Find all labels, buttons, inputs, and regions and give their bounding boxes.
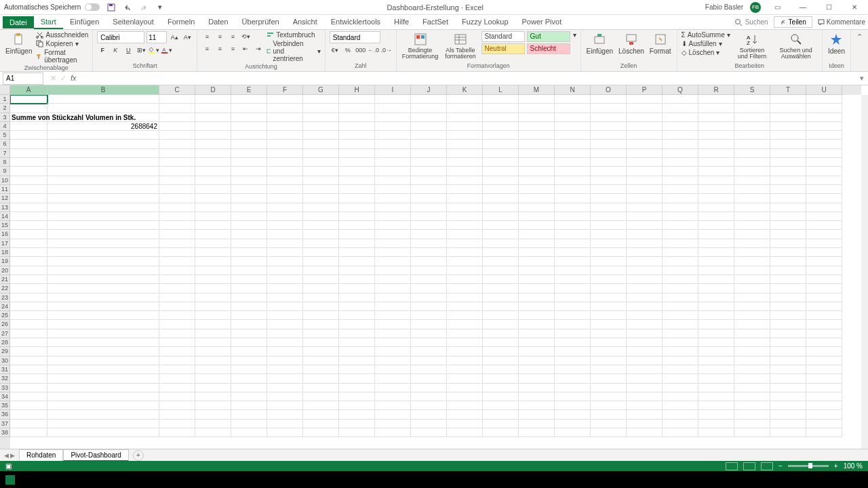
cell-K27[interactable] [447,329,483,338]
cell-I14[interactable] [375,212,411,221]
cell-F12[interactable] [267,194,303,203]
spreadsheet-grid[interactable]: ABCDEFGHIJKLMNOPQRSTU 123456789101112131… [0,85,868,449]
cell-B25[interactable] [47,311,159,320]
cell-U12[interactable] [806,194,842,203]
cell-P32[interactable] [627,374,663,383]
cell-U26[interactable] [806,320,842,329]
cell-D38[interactable] [195,428,231,437]
cell-U23[interactable] [806,293,842,302]
cell-R25[interactable] [698,311,734,320]
cell-U13[interactable] [806,203,842,212]
cell-D18[interactable] [195,248,231,257]
cell-Q19[interactable] [663,257,698,266]
cell-D2[interactable] [195,104,231,113]
cell-B9[interactable] [47,167,159,176]
cell-H4[interactable] [339,122,375,131]
cell-L8[interactable] [483,158,519,167]
cell-R35[interactable] [698,401,734,410]
cell-U14[interactable] [806,212,842,221]
cell-B31[interactable] [47,365,159,374]
cell-U34[interactable] [806,392,842,401]
cell-G8[interactable] [303,158,339,167]
cell-Q17[interactable] [663,239,698,248]
cell-P23[interactable] [627,293,663,302]
cell-M18[interactable] [519,248,555,257]
cell-B28[interactable] [47,338,159,347]
cell-M12[interactable] [519,194,555,203]
cell-N13[interactable] [555,203,591,212]
cell-U9[interactable] [806,167,842,176]
cell-J9[interactable] [411,167,447,176]
cell-B38[interactable] [47,428,159,437]
row-header-14[interactable]: 14 [0,212,10,221]
cell-B21[interactable] [47,275,159,284]
cell-D16[interactable] [195,230,231,239]
column-header-R[interactable]: R [698,85,734,95]
cell-S38[interactable] [734,428,770,437]
cell-A8[interactable] [10,158,47,167]
cell-J18[interactable] [411,248,447,257]
cell-B12[interactable] [47,194,159,203]
cell-S27[interactable] [734,329,770,338]
cell-Q22[interactable] [663,284,698,293]
cell-F28[interactable] [267,338,303,347]
cell-C23[interactable] [159,293,195,302]
cell-F17[interactable] [267,239,303,248]
cell-I21[interactable] [375,275,411,284]
cell-B20[interactable] [47,266,159,275]
cell-P24[interactable] [627,302,663,311]
cell-G26[interactable] [303,320,339,329]
cell-L2[interactable] [483,104,519,113]
cell-H33[interactable] [339,384,375,392]
cell-F19[interactable] [267,257,303,266]
cell-M16[interactable] [519,230,555,239]
cell-I31[interactable] [375,365,411,374]
cell-P31[interactable] [627,365,663,374]
cell-G1[interactable] [303,95,339,104]
cell-J6[interactable] [411,140,447,148]
cell-H12[interactable] [339,194,375,203]
cell-H23[interactable] [339,293,375,302]
cell-C18[interactable] [159,248,195,257]
cell-E2[interactable] [231,104,267,113]
styles-more-button[interactable]: ▾ [573,31,576,39]
row-header-16[interactable]: 16 [0,230,10,239]
cell-Q27[interactable] [663,329,698,338]
cell-F14[interactable] [267,212,303,221]
cell-P8[interactable] [627,158,663,167]
cell-U37[interactable] [806,420,842,428]
cell-H37[interactable] [339,420,375,428]
cell-C21[interactable] [159,275,195,284]
row-header-21[interactable]: 21 [0,275,10,284]
cell-Q32[interactable] [663,374,698,383]
column-header-H[interactable]: H [339,85,375,95]
cell-J7[interactable] [411,149,447,158]
cell-S3[interactable] [734,113,770,122]
cell-C19[interactable] [159,257,195,266]
cell-O32[interactable] [591,374,627,383]
cell-U25[interactable] [806,311,842,320]
cell-Q1[interactable] [663,95,698,104]
cell-P30[interactable] [627,357,663,365]
cell-U15[interactable] [806,221,842,230]
cell-M32[interactable] [519,374,555,383]
cell-H15[interactable] [339,221,375,230]
cell-C3[interactable] [159,113,195,122]
cell-A25[interactable] [10,311,47,320]
cell-P28[interactable] [627,338,663,347]
cell-C26[interactable] [159,320,195,329]
font-color-button[interactable]: A▾ [161,45,172,56]
cell-U5[interactable] [806,131,842,140]
cell-I17[interactable] [375,239,411,248]
cell-J16[interactable] [411,230,447,239]
cell-Q28[interactable] [663,338,698,347]
cell-B5[interactable] [47,131,159,140]
cell-I24[interactable] [375,302,411,311]
cell-A5[interactable] [10,131,47,140]
cell-R37[interactable] [698,420,734,428]
cell-S6[interactable] [734,140,770,148]
cell-S31[interactable] [734,365,770,374]
cell-P33[interactable] [627,384,663,392]
cell-S16[interactable] [734,230,770,239]
cell-R27[interactable] [698,329,734,338]
